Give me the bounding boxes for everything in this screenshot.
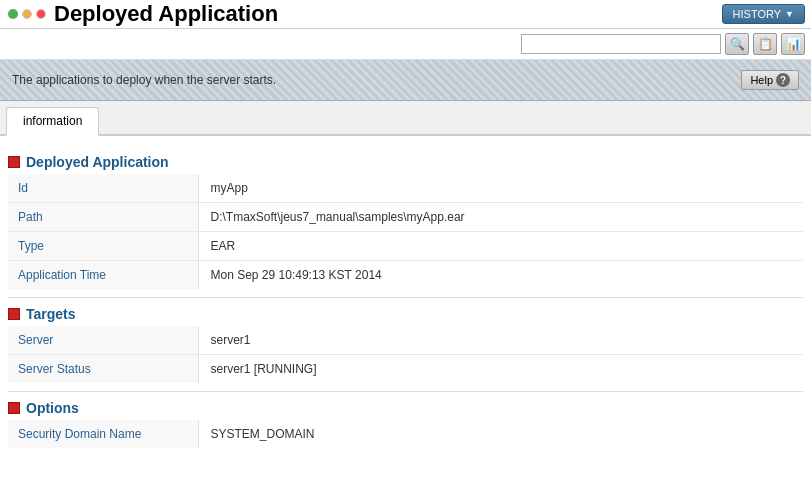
red-light (36, 9, 46, 19)
server-value: server1 (198, 326, 803, 355)
tabs: information (0, 101, 811, 136)
deployed-application-table: Id myApp Path D:\TmaxSoft\jeus7_manual\s… (8, 174, 803, 289)
traffic-lights (8, 9, 46, 19)
top-bar: Deployed Application HISTORY ▼ (0, 0, 811, 29)
export-button-1[interactable]: 📋 (753, 33, 777, 55)
divider-2 (8, 391, 803, 392)
server-status-value: server1 [RUNNING] (198, 355, 803, 384)
targets-icon (8, 308, 20, 320)
targets-table: Server server1 Server Status server1 [RU… (8, 326, 803, 383)
options-table: Security Domain Name SYSTEM_DOMAIN (8, 420, 803, 448)
options-header: Options (8, 400, 803, 416)
options-title: Options (26, 400, 79, 416)
path-value: D:\TmaxSoft\jeus7_manual\samples\myApp.e… (198, 203, 803, 232)
security-domain-label: Security Domain Name (8, 420, 198, 448)
yellow-light (22, 9, 32, 19)
divider-1 (8, 297, 803, 298)
table-row: Id myApp (8, 174, 803, 203)
id-label: Id (8, 174, 198, 203)
server-label: Server (8, 326, 198, 355)
history-button[interactable]: HISTORY ▼ (722, 4, 805, 24)
type-label: Type (8, 232, 198, 261)
page-title: Deployed Application (54, 1, 278, 27)
search-button[interactable]: 🔍 (725, 33, 749, 55)
help-icon: ? (776, 73, 790, 87)
info-banner: The applications to deploy when the serv… (0, 60, 811, 101)
help-label: Help (750, 74, 773, 86)
search-bar: 🔍 📋 📊 (0, 29, 811, 60)
tab-information[interactable]: information (6, 107, 99, 136)
type-value: EAR (198, 232, 803, 261)
content: Deployed Application Id myApp Path D:\Tm… (0, 136, 811, 466)
table-row: Path D:\TmaxSoft\jeus7_manual\samples\my… (8, 203, 803, 232)
help-button[interactable]: Help ? (741, 70, 799, 90)
banner-message: The applications to deploy when the serv… (12, 73, 276, 87)
server-status-label: Server Status (8, 355, 198, 384)
options-icon (8, 402, 20, 414)
deployed-application-title: Deployed Application (26, 154, 169, 170)
app-time-label: Application Time (8, 261, 198, 290)
deployed-application-icon (8, 156, 20, 168)
history-chevron-icon: ▼ (785, 9, 794, 19)
history-label: HISTORY (733, 8, 782, 20)
table-row: Application Time Mon Sep 29 10:49:13 KST… (8, 261, 803, 290)
export-button-2[interactable]: 📊 (781, 33, 805, 55)
id-value: myApp (198, 174, 803, 203)
search-icon: 🔍 (730, 37, 745, 51)
targets-title: Targets (26, 306, 76, 322)
table-row: Type EAR (8, 232, 803, 261)
table-row: Server Status server1 [RUNNING] (8, 355, 803, 384)
export1-icon: 📋 (758, 37, 773, 51)
security-domain-value: SYSTEM_DOMAIN (198, 420, 803, 448)
targets-header: Targets (8, 306, 803, 322)
export2-icon: 📊 (786, 37, 801, 51)
path-label: Path (8, 203, 198, 232)
green-light (8, 9, 18, 19)
search-input[interactable] (521, 34, 721, 54)
app-time-value: Mon Sep 29 10:49:13 KST 2014 (198, 261, 803, 290)
table-row: Security Domain Name SYSTEM_DOMAIN (8, 420, 803, 448)
title-area: Deployed Application (0, 0, 278, 28)
table-row: Server server1 (8, 326, 803, 355)
deployed-application-header: Deployed Application (8, 154, 803, 170)
